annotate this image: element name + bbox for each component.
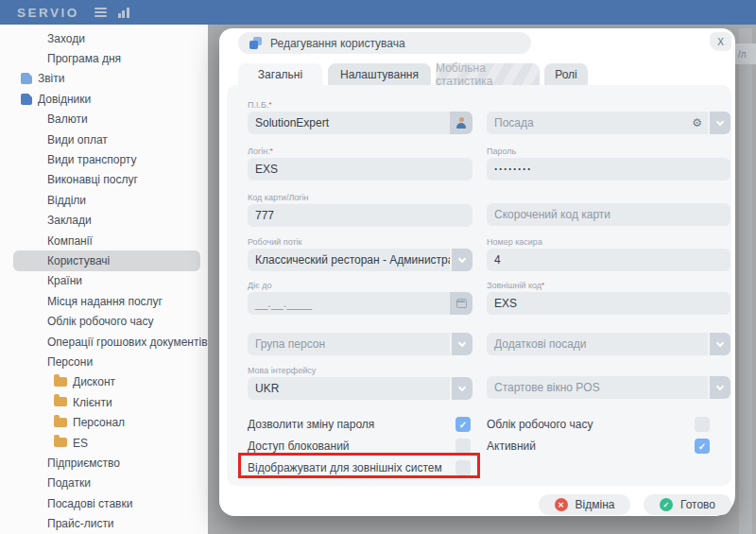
sidebar-item-oblik-chasu[interactable]: Облік робочого часу bbox=[13, 311, 200, 331]
valid-until-input[interactable]: __.__.____ bbox=[248, 292, 472, 315]
show-external-checkbox[interactable] bbox=[455, 460, 471, 475]
sidebar-item-label: Виконавці послуг bbox=[47, 173, 138, 186]
sidebar-item-kompanii[interactable]: Компанії bbox=[13, 231, 200, 250]
sidebar-item-mistsia-nadannia[interactable]: Місця надання послуг bbox=[13, 291, 200, 311]
input-value: ········ bbox=[487, 163, 730, 176]
sidebar-item-zvity[interactable]: Звіти bbox=[13, 69, 200, 89]
sidebar-item-persony[interactable]: Персони bbox=[13, 352, 200, 371]
close-button[interactable]: X bbox=[710, 32, 731, 51]
pib-input[interactable]: SolutionExpert bbox=[248, 112, 472, 134]
sidebar-item-label: Користувачі bbox=[47, 254, 110, 267]
field-skor-kod: Скорочений код карти bbox=[487, 203, 730, 226]
tab-zagalni[interactable]: Загальні bbox=[238, 63, 322, 85]
dropdown-button[interactable] bbox=[450, 249, 472, 271]
field-label: П.І.Б.* bbox=[248, 100, 472, 110]
chart-icon[interactable] bbox=[118, 8, 129, 18]
sidebar-item-operatsii-doc[interactable]: Операції грошових документів bbox=[13, 332, 200, 352]
additional-positions-select[interactable]: Додаткові посади bbox=[487, 333, 730, 355]
time-tracking-checkbox[interactable] bbox=[695, 417, 710, 432]
checkbox-row-show-external: Відображувати для зовнішніх систем bbox=[248, 459, 471, 476]
sidebar-item-zakhody[interactable]: Заходи bbox=[13, 28, 200, 48]
input-value: UKR bbox=[248, 382, 450, 395]
modal-title-bar: Редагування користувача bbox=[238, 32, 531, 54]
tab-roli[interactable]: Ролі bbox=[544, 63, 588, 85]
sidebar-item-personal[interactable]: Персонал bbox=[13, 412, 200, 432]
input-value: EXS bbox=[248, 163, 472, 176]
posada-select[interactable]: Посада ⚙ bbox=[487, 112, 730, 134]
field-rob-potik: Робочий потік Классический ресторан - Ад… bbox=[248, 237, 472, 271]
active-checkbox[interactable]: ✓ bbox=[695, 439, 710, 454]
cashier-number-input[interactable]: 4 bbox=[487, 249, 730, 271]
chevron-down-icon bbox=[458, 383, 466, 390]
field-posada: Посада ⚙ bbox=[487, 100, 730, 134]
required-mark: * bbox=[541, 281, 544, 289]
interface-language-select[interactable]: UKR bbox=[248, 377, 472, 400]
field-label: Зовнішній код* bbox=[487, 281, 730, 290]
field-login: Логін:* EXS bbox=[248, 146, 472, 181]
sidebar-item-vydy-transportu[interactable]: Види транспорту bbox=[13, 149, 200, 169]
folder-icon bbox=[54, 438, 67, 447]
sidebar-item-pidpryiemstvo[interactable]: Підприємство bbox=[13, 453, 200, 473]
dropdown-button[interactable] bbox=[708, 333, 730, 355]
chevron-down-icon bbox=[458, 338, 466, 346]
sidebar-item-zaklady[interactable]: Заклади bbox=[13, 211, 200, 231]
sidebar-item-vykonavtsi-posluh[interactable]: Виконавці послуг bbox=[13, 170, 200, 190]
dropdown-button[interactable] bbox=[450, 377, 472, 400]
menu-icon[interactable] bbox=[94, 8, 107, 17]
person-group-select[interactable]: Група персон bbox=[248, 333, 472, 355]
sidebar-item-prais-lysty[interactable]: Прайс-листи bbox=[13, 513, 200, 533]
dropdown-button[interactable] bbox=[708, 376, 730, 399]
card-code-input[interactable]: 777 bbox=[248, 204, 472, 227]
folder-icon bbox=[54, 397, 67, 406]
sidebar-item-krainy[interactable]: Країни bbox=[13, 271, 200, 291]
modal-title: Редагування користувача bbox=[270, 37, 405, 50]
sidebar-item-viddily[interactable]: Відділи bbox=[13, 190, 200, 210]
short-card-code-input[interactable]: Скорочений код карти bbox=[487, 203, 730, 226]
sidebar-item-es[interactable]: ES bbox=[13, 433, 200, 453]
workflow-select[interactable]: Классический ресторан - Администратор bbox=[248, 249, 472, 271]
field-label: Пароль bbox=[487, 146, 730, 156]
sidebar-item-label: Підприємство bbox=[47, 456, 120, 470]
sidebar-item-valiuty[interactable]: Валюти bbox=[13, 110, 200, 129]
sidebar-item-kliienty[interactable]: Клієнти bbox=[13, 392, 200, 412]
tab-mobilna-statystyka: Мобільна статистика bbox=[436, 63, 540, 85]
sidebar-item-label: Країни bbox=[47, 274, 82, 287]
done-icon: ✓ bbox=[660, 498, 673, 511]
required-mark: * bbox=[268, 100, 271, 109]
check-icon: ✓ bbox=[459, 420, 467, 430]
pos-start-window-select[interactable]: Стартове вікно POS bbox=[487, 376, 730, 399]
sidebar-item-label: Облік робочого часу bbox=[47, 315, 154, 328]
gear-icon[interactable]: ⚙ bbox=[692, 116, 702, 129]
x-glyph: ✕ bbox=[558, 501, 564, 509]
close-icon: X bbox=[717, 37, 724, 47]
dropdown-button[interactable] bbox=[708, 112, 730, 134]
background-text: /л bbox=[738, 49, 747, 60]
field-label: Мова інтерфейсу bbox=[248, 366, 472, 375]
field-label bbox=[487, 100, 730, 110]
change-pass-checkbox[interactable]: ✓ bbox=[455, 417, 471, 432]
label-text: Зовнішній код bbox=[487, 281, 541, 290]
background-partial-text: /л bbox=[735, 43, 756, 64]
sidebar-item-dyskont[interactable]: Дисконт bbox=[13, 372, 200, 392]
background-panel bbox=[739, 28, 752, 534]
login-input[interactable]: EXS bbox=[248, 158, 472, 181]
date-picker-button[interactable] bbox=[450, 292, 472, 315]
sidebar-item-podatky[interactable]: Податки bbox=[13, 474, 200, 493]
field-die-do: Діє до __.__.____ bbox=[248, 281, 472, 315]
sidebar-item-dovidnyky[interactable]: Довідники bbox=[13, 89, 200, 109]
external-code-input[interactable]: EXS bbox=[487, 292, 730, 315]
access-blocked-checkbox[interactable] bbox=[455, 439, 471, 454]
tab-nalashtuvannia[interactable]: Налаштування bbox=[328, 63, 431, 85]
sidebar-item-vydy-oplat[interactable]: Види оплат bbox=[13, 129, 200, 149]
dropdown-button[interactable] bbox=[450, 333, 472, 355]
done-button[interactable]: ✓ Готово bbox=[644, 494, 731, 515]
person-picker-button[interactable] bbox=[450, 112, 472, 134]
sidebar-item-prohrama-dnia[interactable]: Програма дня bbox=[13, 48, 200, 68]
person-icon bbox=[455, 117, 467, 129]
tab-label: Ролі bbox=[555, 68, 577, 81]
password-input[interactable]: ········ bbox=[487, 158, 730, 181]
sidebar-item-korystuvachi[interactable]: Користувачі bbox=[13, 250, 200, 270]
cancel-button[interactable]: ✕ Відміна bbox=[539, 494, 630, 515]
sidebar-item-posadovi-stavky[interactable]: Посадові ставки bbox=[13, 493, 200, 513]
cancel-icon: ✕ bbox=[555, 498, 568, 511]
